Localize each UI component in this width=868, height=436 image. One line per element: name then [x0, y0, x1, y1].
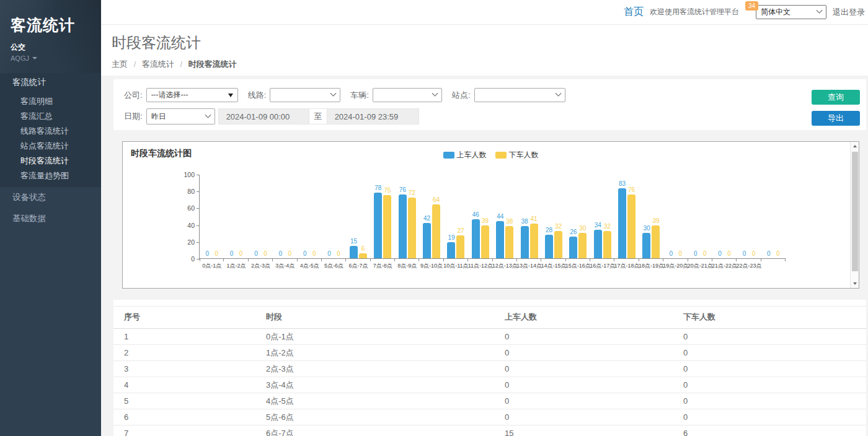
user-code: AQGJ	[11, 54, 29, 62]
bar-value-label: 38	[502, 218, 518, 225]
sidebar-item-station-stats[interactable]: 站点客流统计	[0, 139, 101, 154]
filter-row-1: 公司: ---请选择--- 线路: 车辆: 站点:	[113, 79, 866, 102]
vehicle-select[interactable]	[373, 88, 442, 102]
breadcrumb-current: 时段客流统计	[188, 59, 237, 69]
logout-link[interactable]: 退出登录	[833, 7, 865, 18]
chart-category: 0022点-23点	[737, 175, 761, 258]
bar-上车人数	[545, 235, 553, 258]
bar-value-label: 0	[721, 250, 737, 257]
language-select[interactable]: 简体中文	[756, 5, 826, 19]
x-axis-tick	[541, 258, 541, 261]
sidebar-menu: 客流统计 客流明细 客流汇总 线路客流统计 站点客流统计 时段客流统计 客流量趋…	[0, 73, 101, 229]
x-axis-tick	[200, 258, 200, 261]
export-button[interactable]: 导出	[812, 111, 860, 126]
main-area: 首页 欢迎使用客流统计管理平台 34 简体中文 退出登录 时段客流统计 主页 /…	[101, 0, 868, 436]
date-preset-select[interactable]: 昨日	[146, 108, 215, 124]
query-button[interactable]: 查询	[812, 90, 860, 105]
brand-title: 客流统计	[11, 15, 101, 35]
bar-value-label: 0	[257, 250, 273, 257]
x-axis-tick	[565, 258, 566, 261]
table-body: 10点-1点0021点-2点0032点-3点0043点-4点0054点-5点00…	[113, 329, 866, 436]
menu-group-expanded: 客流统计 客流明细 客流汇总 线路客流统计 站点客流统计 时段客流统计 客流量趋…	[0, 73, 101, 187]
bar-下车人数	[432, 204, 440, 258]
home-link[interactable]: 首页	[624, 6, 644, 19]
x-axis-tick	[492, 258, 493, 261]
sidebar-brand: 客流统计 公交 AQGJ	[0, 0, 101, 73]
x-axis-tick	[663, 258, 663, 261]
bar-上车人数	[399, 194, 407, 258]
sidebar-item-line-stats[interactable]: 线路客流统计	[0, 124, 101, 139]
bar-value-label: 0	[697, 250, 713, 257]
scroll-down-arrow-icon[interactable]	[851, 279, 859, 288]
bar-下车人数	[652, 225, 660, 258]
x-axis-tick	[248, 258, 249, 261]
x-axis-tick	[223, 258, 224, 261]
bar-上车人数	[472, 219, 480, 258]
bar-value-label: 41	[526, 216, 542, 222]
x-axis-tick	[516, 258, 517, 261]
app-root: 客流统计 公交 AQGJ 客流统计 客流明细 客流汇总 线路客流统计 站点客流统…	[0, 0, 868, 436]
table-cell: 6	[113, 409, 255, 425]
bar-value-label: 39	[477, 217, 493, 224]
chart-category: 004点-5点	[298, 175, 322, 258]
bar-value-label: 32	[599, 223, 615, 230]
triangle-down-icon	[228, 94, 233, 97]
bar-value-label: 64	[428, 196, 445, 203]
breadcrumb-separator: /	[180, 59, 183, 69]
scrollbar-thumb[interactable]	[852, 152, 858, 271]
chart-category: 384113点-14点	[517, 175, 541, 258]
date-to-input[interactable]: 2024-01-09 23:59	[327, 108, 419, 124]
table-cell: 0	[494, 361, 673, 377]
sidebar-item-passenger-summary[interactable]: 客流汇总	[0, 109, 101, 124]
x-axis-tick	[761, 258, 761, 261]
x-axis-tick	[394, 258, 395, 261]
company-label: 公司:	[124, 90, 143, 101]
bar-下车人数	[578, 233, 587, 258]
chart-category: 837617点-18点	[614, 175, 639, 258]
user-dropdown[interactable]: AQGJ	[11, 54, 54, 62]
table-cell: 0	[494, 345, 673, 361]
scroll-up-arrow-icon[interactable]	[851, 142, 859, 150]
sidebar-item-passenger-stats[interactable]: 客流统计	[0, 73, 101, 92]
sidebar-item-device-status[interactable]: 设备状态	[0, 187, 101, 208]
chart-panel: 时段车流统计图 上车人数 下车人数 020406080100000点-1点001…	[122, 141, 859, 289]
legend-item-board[interactable]: 上车人数	[443, 150, 487, 160]
x-axis-tick	[614, 258, 614, 261]
line-select[interactable]	[270, 88, 340, 102]
sidebar-item-base-data[interactable]: 基础数据	[0, 208, 101, 229]
page-title: 时段客流统计	[112, 33, 868, 53]
table-row: 65点-6点00	[113, 409, 866, 425]
breadcrumb-passenger-stats[interactable]: 客流统计	[142, 59, 174, 69]
bar-value-label: 0	[281, 250, 298, 257]
sidebar-item-period-stats[interactable]: 时段客流统计	[0, 154, 101, 168]
table-cell: 15	[494, 425, 673, 436]
breadcrumb-home[interactable]: 主页	[112, 59, 128, 69]
x-axis-tick	[639, 258, 639, 261]
chevron-down-icon	[432, 90, 438, 97]
y-axis-tick-label: 100	[174, 171, 195, 178]
bar-上车人数	[447, 242, 455, 258]
bar-下车人数	[627, 194, 636, 258]
table-cell: 0	[494, 393, 673, 409]
bar-chart-plot: 020406080100000点-1点001点-2点002点-3点003点-4点…	[199, 175, 785, 259]
notification-badge[interactable]: 34	[745, 1, 758, 11]
bar-value-label: 6	[355, 245, 371, 252]
station-select[interactable]	[474, 88, 565, 102]
y-axis-tick-label: 80	[174, 188, 195, 195]
chart-scrollbar[interactable]	[850, 142, 859, 288]
col-header-index: 序号	[113, 307, 255, 329]
legend-item-alight[interactable]: 下车人数	[495, 150, 539, 160]
table-cell: 3	[113, 361, 255, 377]
date-from-input[interactable]: 2024-01-09 00:00	[218, 108, 309, 124]
chart-category: 0023点-24点	[761, 175, 786, 258]
table-cell: 4	[113, 377, 255, 393]
y-axis-tick-label: 60	[174, 204, 195, 212]
chart-category: 343216点-17点	[590, 175, 614, 258]
date-to-label: 至	[309, 108, 327, 124]
company-select[interactable]: ---请选择---	[146, 88, 238, 102]
sidebar-item-trend-chart[interactable]: 客流量趋势图	[0, 168, 101, 183]
x-axis-tick	[321, 258, 322, 261]
sidebar-item-passenger-detail[interactable]: 客流明细	[0, 94, 101, 109]
chart-category: 443812点-13点	[493, 175, 517, 258]
chart-category: 463911点-12点	[468, 175, 492, 258]
